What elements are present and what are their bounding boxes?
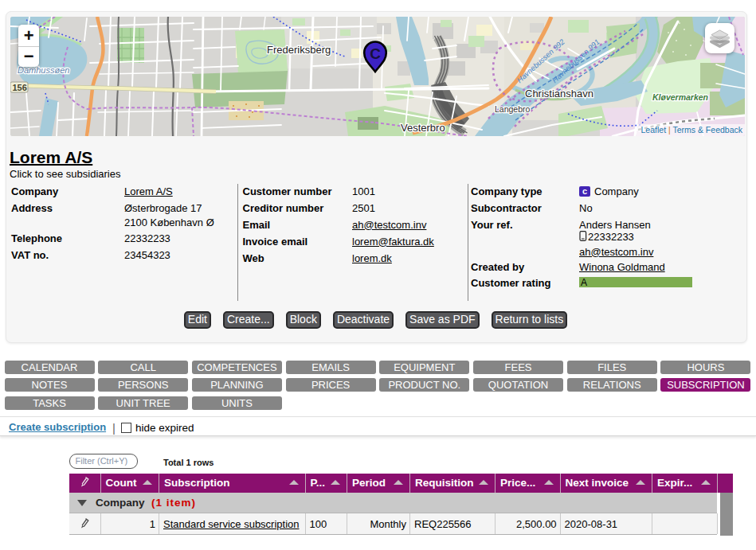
svg-text:Langebro: Langebro	[495, 104, 531, 114]
svg-text:Christianshavn: Christianshavn	[525, 88, 593, 99]
svg-text:Frederiksberg: Frederiksberg	[267, 44, 331, 56]
svg-text:156: 156	[13, 83, 27, 92]
svg-text:C: C	[370, 45, 381, 62]
svg-text:Kløvermarken: Kløvermarken	[652, 92, 708, 102]
svg-text:Vesterbro: Vesterbro	[401, 122, 445, 134]
